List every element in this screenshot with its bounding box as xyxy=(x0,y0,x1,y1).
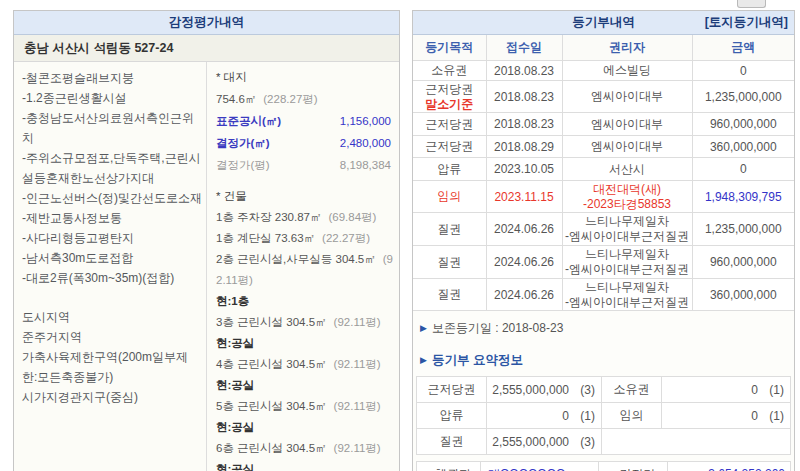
registry-header-row: 등기목적 접수일 권리자 금액 xyxy=(413,35,794,61)
summary-value: 0(1) xyxy=(662,377,791,403)
cell-purpose: 압류 xyxy=(413,158,486,181)
summary-label: 임의 xyxy=(602,403,662,429)
building-line: 4층 근린시설 304.5㎡(92.11평) xyxy=(216,354,393,375)
summary-count: (3) xyxy=(569,383,595,397)
building-floor-text: 현:공실 xyxy=(216,463,254,471)
partial-toolbar-button[interactable] xyxy=(737,0,766,8)
description-line: -철콘조평슬래브지붕 xyxy=(22,68,202,88)
cell-purpose: 임의 xyxy=(413,181,486,213)
holder-subtext: -엠씨아이대부근저질권 xyxy=(565,295,690,310)
building-floor-text: 6층 근린시설 304.5㎡ xyxy=(216,442,327,454)
cell-amount: 960,000,000 xyxy=(692,246,794,279)
building-floor-text: 현:공실 xyxy=(216,421,254,433)
summary-row: 질권 2,555,000,000(3) xyxy=(417,429,791,455)
label-text: 감정가 xyxy=(620,467,656,471)
building-pyeong: (92.11평) xyxy=(334,442,381,454)
label-text: 채권자 xyxy=(435,467,471,471)
summary-amount: 2,555,000,000 xyxy=(492,383,569,397)
land-value-amount: 2,480,000 xyxy=(340,132,391,154)
creditor-link[interactable]: 대OOOOOOO... xyxy=(481,462,599,471)
summary-title-text: 등기부 요약정보 xyxy=(432,353,523,367)
preservation-date-line: ▶보존등기일 : 2018-08-23 xyxy=(420,320,794,337)
summary-value: 2,555,000,000(3) xyxy=(487,429,602,455)
land-area-pyeong: (228.27평) xyxy=(263,93,317,105)
cell-date: 2023.10.05 xyxy=(486,158,562,181)
bullet-arrow-icon: ▶ xyxy=(420,355,427,365)
holder-subtext: -엠씨아이대부근저질권 xyxy=(565,229,690,244)
building-current-use: 현:공실 xyxy=(216,333,393,354)
building-line: 6층 근린시설 304.5㎡(92.11평) xyxy=(216,438,393,459)
summary-count: (1) xyxy=(569,409,595,423)
land-value-label: 표준공시(㎡) xyxy=(216,110,281,132)
cell-amount: 960,000,000 xyxy=(692,113,794,136)
summary-amount: 0 xyxy=(562,409,569,423)
cell-holder: 대전대덕(새) -2023타경58853 xyxy=(562,181,692,213)
cell-purpose: 질권 xyxy=(413,246,486,279)
building-pyeong: (92.11평) xyxy=(334,400,381,412)
land-registry-link[interactable]: [토지등기내역] xyxy=(705,11,788,34)
holder-text: 느티나무제일차 xyxy=(565,247,690,262)
bullet-arrow-icon: ▶ xyxy=(420,323,427,333)
cell-holder: 느티나무제일차 -엠씨아이대부근저질권 xyxy=(562,213,692,246)
zoning-line: 준주거지역 xyxy=(22,327,202,347)
building-pyeong: (92.11평) xyxy=(334,316,381,328)
registry-panel-header: 등기부내역 [토지등기내역] xyxy=(413,11,794,35)
cell-amount: 0 xyxy=(692,158,794,181)
cell-holder: 엠씨아이대부 xyxy=(562,136,692,158)
land-area-sqm: 754.6㎡ xyxy=(216,93,256,105)
zoning-line: 가축사육제한구역(200m일부제한:모든축종불가) xyxy=(22,347,202,387)
zoning-line: 시가지경관지구(중심) xyxy=(22,387,202,407)
registry-title: 등기부내역 xyxy=(572,15,635,29)
property-address: 충남 서산시 석림동 527-24 xyxy=(14,35,399,62)
cell-holder: 엠씨아이대부 xyxy=(562,81,692,113)
building-current-use: 현:공실 xyxy=(216,417,393,438)
land-area: 754.6㎡(228.27평) xyxy=(216,88,393,110)
building-pyeong: (22.27평) xyxy=(322,232,370,244)
registry-row: 소유권 2018.08.23 에스빌딩 0 xyxy=(413,61,794,81)
land-value-row: 결정가(평) 8,198,384 xyxy=(216,154,393,176)
appraisal-panel-header: 감정평가내역 xyxy=(14,11,399,35)
land-value-label: 결정가(평) xyxy=(216,154,270,176)
holder-subtext: -엠씨아이대부근저질권 xyxy=(565,262,690,277)
cell-holder: 서산시 xyxy=(562,158,692,181)
cancellation-base-note: 말소기준 xyxy=(415,97,484,112)
col-header-date: 접수일 xyxy=(486,35,562,61)
appraisal-panel: 감정평가내역 충남 서산시 석림동 527-24 -철콘조평슬래브지붕 -1.2… xyxy=(13,10,400,471)
holder-text: 느티나무제일차 xyxy=(565,280,690,295)
cell-amount: 1,235,000,000 xyxy=(692,213,794,246)
cell-purpose: 근저당권 xyxy=(413,113,486,136)
summary-empty-cell xyxy=(602,429,791,455)
building-floor-text: 현:공실 xyxy=(216,337,254,349)
description-line: -충청남도서산의료원서측인근위치 xyxy=(22,108,202,148)
description-line: -제반교통사정보통 xyxy=(22,208,202,228)
registry-row: 근저당권 2018.08.29 엠씨아이대부 360,000,000 xyxy=(413,136,794,158)
summary-label: 압류 xyxy=(417,403,487,429)
cell-purpose: 근저당권 xyxy=(413,136,486,158)
registry-row: 질권 2024.06.26 느티나무제일차 -엠씨아이대부근저질권 960,00… xyxy=(413,246,794,279)
registry-row: 질권 2024.06.26 느티나무제일차 -엠씨아이대부근저질권 1,235,… xyxy=(413,213,794,246)
building-line: 5층 근린시설 304.5㎡(92.11평) xyxy=(216,396,393,417)
building-line: 3층 근린시설 304.5㎡(92.11평) xyxy=(216,312,393,333)
building-floor-text: 4층 근린시설 304.5㎡ xyxy=(216,358,327,370)
creditor-label: ▶채권자 xyxy=(417,462,481,471)
spacer xyxy=(22,288,202,307)
land-value-row: 결정가(㎡) 2,480,000 xyxy=(216,132,393,154)
summary-count: (1) xyxy=(758,409,784,423)
purpose-text: 근저당권 xyxy=(415,82,484,97)
land-value-row: 표준공시(㎡) 1,156,000 xyxy=(216,110,393,132)
cell-date: 2018.08.29 xyxy=(486,136,562,158)
holder-text: 느티나무제일차 xyxy=(565,214,690,229)
appraised-price-value: 3,654,252,200 xyxy=(668,462,791,471)
summary-count: (3) xyxy=(569,435,595,449)
appraisal-body: -철콘조평슬래브지붕 -1.2종근린생활시설 -충청남도서산의료원서측인근위치 … xyxy=(14,62,399,471)
summary-row: 압류 0(1) 임의 0(1) xyxy=(417,403,791,429)
cell-date: 2024.06.26 xyxy=(486,246,562,279)
property-description-column: -철콘조평슬래브지붕 -1.2종근린생활시설 -충청남도서산의료원서측인근위치 … xyxy=(14,62,207,471)
summary-value: 2,555,000,000(3) xyxy=(487,377,602,403)
registry-row: 압류 2023.10.05 서산시 0 xyxy=(413,158,794,181)
cell-date: 2024.06.26 xyxy=(486,213,562,246)
cell-date: 2018.08.23 xyxy=(486,81,562,113)
col-header-purpose: 등기목적 xyxy=(413,35,486,61)
cell-purpose: 근저당권 말소기준 xyxy=(413,81,486,113)
building-floor-text: 1층 주차장 230.87㎡ xyxy=(216,211,321,223)
